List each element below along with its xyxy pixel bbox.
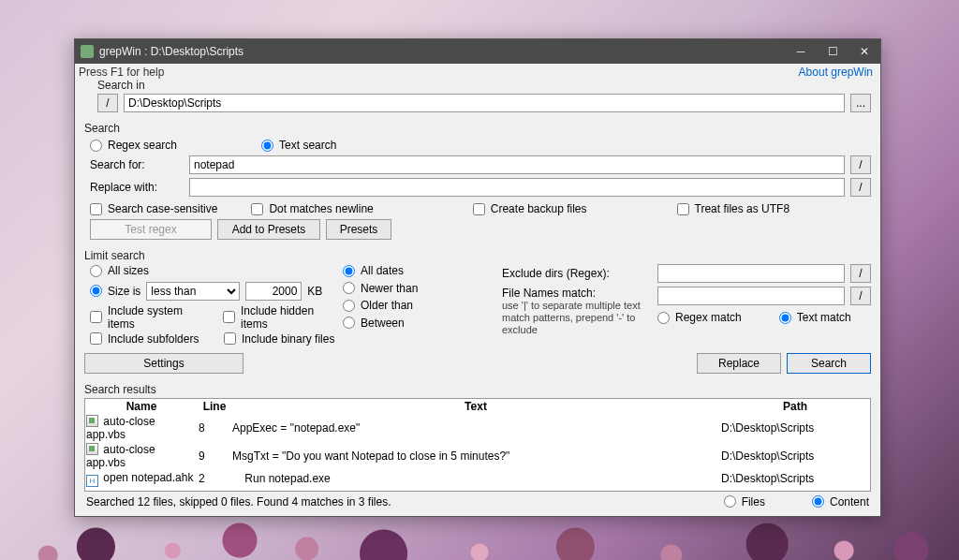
replace-with-label: Replace with: xyxy=(90,181,184,194)
grepwin-window: grepWin : D:\Desktop\Scripts ─ ☐ ✕ Press… xyxy=(74,38,881,517)
all-dates-radio[interactable]: All dates xyxy=(343,264,404,277)
regex-match-radio[interactable]: Regex match xyxy=(657,311,742,324)
browse-button[interactable]: ... xyxy=(850,94,871,112)
include-system-check[interactable]: Include system items xyxy=(90,304,206,331)
exclude-dirs-label: Exclude dirs (Regex): xyxy=(502,267,652,280)
case-sensitive-check[interactable]: Search case-sensitive xyxy=(90,202,217,215)
kb-label: KB xyxy=(307,285,322,298)
results-table[interactable]: Name Line Text Path auto-close app.vbs8A… xyxy=(84,398,871,492)
about-link[interactable]: About grepWin xyxy=(799,66,873,79)
replace-with-mru-button[interactable]: / xyxy=(850,178,871,197)
search-in-input[interactable] xyxy=(124,94,845,112)
text-search-radio[interactable]: Text search xyxy=(261,139,336,152)
maximize-button[interactable]: ☐ xyxy=(817,39,848,64)
view-content-radio[interactable]: Content xyxy=(812,495,869,508)
limit-group-label: Limit search xyxy=(84,249,871,262)
include-subfolders-check[interactable]: Include subfolders xyxy=(90,332,207,346)
close-button[interactable]: ✕ xyxy=(848,39,880,64)
vbs-file-icon xyxy=(86,415,98,427)
status-text: Searched 12 files, skipped 0 files. Foun… xyxy=(86,495,724,508)
filenames-hint: use '|' to separate multiple text match … xyxy=(502,300,652,336)
test-regex-button[interactable]: Test regex xyxy=(90,219,212,240)
include-binary-check[interactable]: Include binary files xyxy=(224,332,334,346)
table-row[interactable]: auto-close app.vbs9MsgTxt = "Do you want… xyxy=(85,442,870,470)
filenames-input[interactable] xyxy=(657,287,845,305)
backup-check[interactable]: Create backup files xyxy=(473,202,587,215)
help-hint: Press F1 for help xyxy=(79,66,799,79)
table-row[interactable]: auto-close app.vbs8AppExec = "notepad.ex… xyxy=(85,414,870,442)
exclude-dirs-mru-button[interactable]: / xyxy=(850,264,871,283)
table-row[interactable]: H open notepad.ahk2 Run notepad.exeD:\De… xyxy=(85,470,870,488)
exclude-dirs-input[interactable] xyxy=(657,264,845,283)
between-radio[interactable]: Between xyxy=(343,317,405,330)
size-op-select[interactable]: less than xyxy=(146,282,240,301)
col-name[interactable]: Name xyxy=(85,399,198,414)
newer-radio[interactable]: Newer than xyxy=(343,282,418,295)
filenames-mru-button[interactable]: / xyxy=(850,287,871,305)
results-group-label: Search results xyxy=(84,383,871,396)
col-text[interactable]: Text xyxy=(231,399,720,414)
text-match-radio[interactable]: Text match xyxy=(779,311,851,324)
filenames-match-label: File Names match: xyxy=(502,287,652,300)
vbs-file-icon xyxy=(86,443,98,455)
search-for-label: Search for: xyxy=(90,158,184,171)
size-is-radio[interactable]: Size is xyxy=(90,285,140,298)
replace-button[interactable]: Replace xyxy=(697,353,781,374)
presets-button[interactable]: Presets xyxy=(326,219,391,240)
app-icon xyxy=(81,45,94,58)
search-for-mru-button[interactable]: / xyxy=(850,155,871,174)
search-in-label: Search in xyxy=(97,79,871,92)
size-value-input[interactable] xyxy=(245,282,302,301)
col-path[interactable]: Path xyxy=(720,399,870,414)
search-in-mru-button[interactable]: / xyxy=(97,94,118,112)
include-hidden-check[interactable]: Include hidden items xyxy=(223,304,343,331)
titlebar[interactable]: grepWin : D:\Desktop\Scripts ─ ☐ ✕ xyxy=(75,39,880,64)
search-group-label: Search xyxy=(84,122,871,135)
regex-search-radio[interactable]: Regex search xyxy=(90,139,177,152)
settings-button[interactable]: Settings xyxy=(84,353,243,374)
add-presets-button[interactable]: Add to Presets xyxy=(217,219,320,240)
minimize-button[interactable]: ─ xyxy=(785,39,817,64)
utf8-check[interactable]: Treat files as UTF8 xyxy=(677,202,790,215)
window-title: grepWin : D:\Desktop\Scripts xyxy=(99,45,785,58)
view-files-radio[interactable]: Files xyxy=(724,495,765,508)
replace-with-input[interactable] xyxy=(189,178,845,197)
col-line[interactable]: Line xyxy=(198,399,231,414)
search-button[interactable]: Search xyxy=(787,353,871,374)
older-radio[interactable]: Older than xyxy=(343,299,413,312)
ahk-file-icon: H xyxy=(86,475,98,487)
search-for-input[interactable] xyxy=(189,155,845,174)
dot-newline-check[interactable]: Dot matches newline xyxy=(251,202,373,215)
all-sizes-radio[interactable]: All sizes xyxy=(90,264,149,277)
